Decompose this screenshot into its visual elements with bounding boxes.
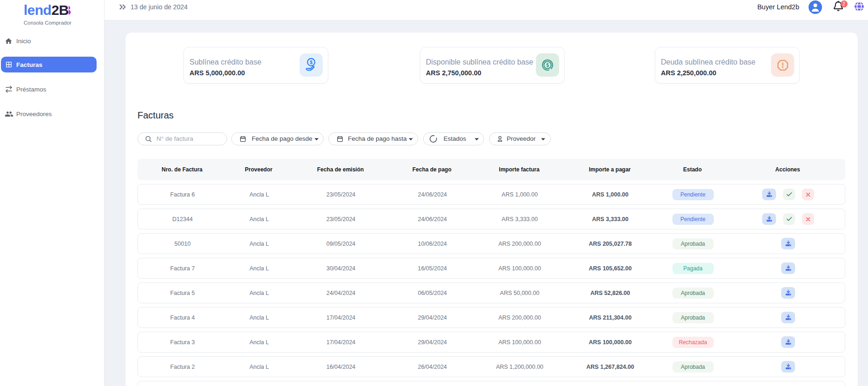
svg-text:$: $ (546, 63, 549, 68)
svg-text:$: $ (310, 60, 313, 65)
